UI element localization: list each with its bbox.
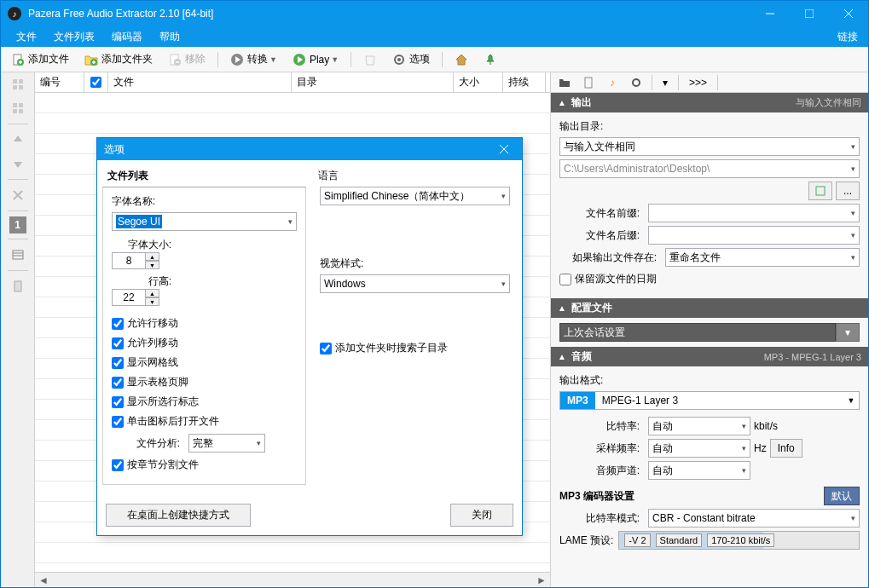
options-button[interactable]: 选项 <box>387 50 435 68</box>
menu-filelist[interactable]: 文件列表 <box>45 26 103 47</box>
options-dialog: 选项 文件列表 字体名称: Segoe UI ▾ 字体大小: ▲▼ <box>96 137 523 536</box>
play-button[interactable]: Play ▼ <box>287 51 344 68</box>
tab-folder-icon[interactable] <box>554 73 575 92</box>
delete-icon <box>363 53 377 66</box>
output-dir-select[interactable]: 与输入文件相同 ▾ <box>559 137 860 156</box>
lame-preset-slider[interactable]: -V 2 Standard 170-210 kbit/s <box>618 531 860 550</box>
more-path-button[interactable]: ... <box>836 182 860 200</box>
config-select[interactable]: 上次会话设置 <box>559 323 836 342</box>
svg-rect-35 <box>14 281 21 291</box>
lang-select[interactable]: Simplified Chinese（简体中文）▾ <box>320 187 510 205</box>
style-select[interactable]: Windows▾ <box>320 274 510 293</box>
header-checkbox[interactable] <box>90 77 101 88</box>
add-folder-button[interactable]: 添加文件夹 <box>79 50 158 68</box>
col-dir[interactable]: 目录 <box>292 72 454 92</box>
fontname-select[interactable]: Segoe UI ▾ <box>112 212 297 231</box>
dialog-close-btn[interactable]: 关闭 <box>450 504 513 527</box>
tab-more[interactable]: >>> <box>684 73 712 92</box>
minimize-button[interactable] <box>750 1 790 26</box>
menu-file[interactable]: 文件 <box>8 26 45 47</box>
fontsize-up[interactable]: ▲ <box>146 252 159 261</box>
menu-help[interactable]: 帮助 <box>151 26 188 47</box>
gutter-x-icon[interactable] <box>5 185 31 205</box>
chk-selmark[interactable] <box>112 396 124 408</box>
tab-doc-icon[interactable] <box>578 73 599 92</box>
col-checkbox[interactable] <box>84 72 108 92</box>
format-select[interactable]: MP3 MPEG-1 Layer 3 ▼ <box>559 391 860 410</box>
section-audio-header[interactable]: ▲ 音频 MP3 - MPEG-1 Layer 3 <box>551 347 868 366</box>
tab-dropdown[interactable]: ▾ <box>658 73 673 92</box>
maximize-button[interactable] <box>790 1 829 26</box>
config-drop-button[interactable]: ▾ <box>836 323 860 342</box>
home-button[interactable] <box>449 51 473 68</box>
rowheight-input[interactable] <box>112 289 146 306</box>
scroll-left-icon[interactable]: ◄ <box>37 574 50 586</box>
section-output-header[interactable]: ▲ 输出 与输入文件相同 <box>551 93 868 112</box>
chk-chapter[interactable] <box>112 459 124 471</box>
scroll-right-icon[interactable]: ► <box>535 574 548 586</box>
bitrate-select[interactable]: 自动▾ <box>648 417 750 435</box>
suffix-select[interactable]: ▾ <box>648 226 860 245</box>
chk-colmove[interactable] <box>112 337 124 349</box>
gutter-table-icon[interactable] <box>5 245 31 265</box>
col-num[interactable]: 编号 <box>35 72 84 92</box>
col-size[interactable]: 大小 <box>454 72 503 92</box>
exists-select[interactable]: 重命名文件▾ <box>665 248 860 267</box>
lang-label: 语言 <box>313 165 517 187</box>
rowheight-up[interactable]: ▲ <box>146 289 159 297</box>
gutter-one-icon[interactable]: 1 <box>9 216 26 233</box>
right-tabs: ♪ ▾ >>> <box>551 72 868 93</box>
svg-rect-1 <box>805 9 814 18</box>
info-button[interactable]: Info <box>770 439 802 458</box>
gutter-grid1-icon[interactable] <box>5 74 31 95</box>
gear-icon <box>392 53 406 66</box>
delete-button[interactable] <box>358 51 382 68</box>
add-file-button[interactable]: 添加文件 <box>6 50 74 68</box>
chk-footer[interactable] <box>112 377 124 389</box>
preserve-date-checkbox[interactable] <box>559 274 571 285</box>
remove-button[interactable]: 移除 <box>163 50 211 68</box>
svg-rect-38 <box>816 187 825 195</box>
convert-label: 转换 <box>247 52 268 66</box>
dialog-title-bar[interactable]: 选项 <box>97 138 522 160</box>
horizontal-scrollbar[interactable]: ◄ ► <box>35 572 550 587</box>
col-dur[interactable]: 持续 <box>503 72 546 92</box>
fileanalysis-select[interactable]: 完整▾ <box>188 434 265 453</box>
add-file-label: 添加文件 <box>28 52 69 66</box>
gutter-up-icon[interactable] <box>5 130 31 150</box>
pin-button[interactable] <box>478 51 502 68</box>
gutter-doc-icon[interactable] <box>5 276 31 297</box>
chk-gridlines[interactable] <box>112 357 124 369</box>
gutter-grid2-icon[interactable] <box>5 98 31 118</box>
fontsize-down[interactable]: ▼ <box>146 261 159 269</box>
menu-link[interactable]: 链接 <box>837 30 868 44</box>
chk-rowmove[interactable] <box>112 318 124 330</box>
section-config-header[interactable]: ▲ 配置文件 <box>551 298 868 318</box>
samplerate-label: 采样频率: <box>559 441 645 456</box>
tab-gear-icon[interactable] <box>626 73 646 92</box>
channels-select[interactable]: 自动▾ <box>648 461 750 480</box>
svg-point-19 <box>397 58 401 61</box>
close-button[interactable] <box>829 1 868 26</box>
dialog-close-button[interactable] <box>493 138 515 160</box>
output-path-select[interactable]: C:\Users\Administrator\Desktop\ ▾ <box>559 159 860 178</box>
samplerate-select[interactable]: 自动▾ <box>648 439 750 458</box>
browse-button[interactable] <box>808 182 832 200</box>
default-button[interactable]: 默认 <box>824 487 860 505</box>
convert-button[interactable]: 转换 ▼ <box>225 50 282 68</box>
bitrate-mode-select[interactable]: CBR - Constant bitrate▾ <box>648 509 860 527</box>
left-gutter: 1 <box>1 72 35 587</box>
rowheight-down[interactable]: ▼ <box>146 297 159 306</box>
chk-subdir[interactable] <box>320 343 332 355</box>
menu-encoder[interactable]: 编码器 <box>103 26 151 47</box>
tab-music-icon[interactable]: ♪ <box>602 73 623 92</box>
fontsize-input[interactable] <box>112 252 146 269</box>
create-shortcut-button[interactable]: 在桌面上创建快捷方式 <box>106 504 251 527</box>
col-file[interactable]: 文件 <box>108 72 292 92</box>
svg-rect-26 <box>13 109 17 113</box>
play-icon <box>293 53 306 66</box>
chk-openicon[interactable] <box>112 416 124 428</box>
mp3-encoder-label: MP3 编码器设置 <box>559 489 634 504</box>
gutter-down-icon[interactable] <box>5 153 31 174</box>
prefix-select[interactable]: ▾ <box>648 204 860 222</box>
